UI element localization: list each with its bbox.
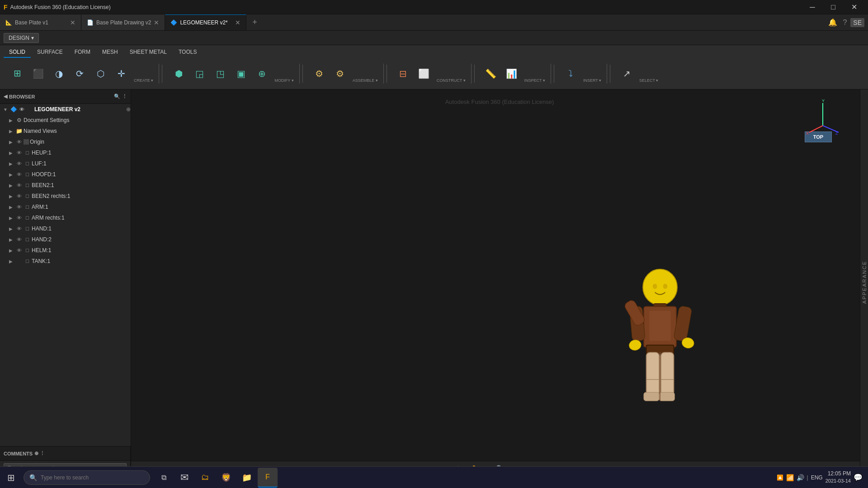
heup1-eye[interactable]: 👁 (15, 149, 23, 156)
help-icon[interactable]: ? (841, 17, 849, 28)
tree-root-item[interactable]: ▼ 🔷 👁 LEGOMENEER v2 ⊕ (0, 104, 131, 115)
toolbar-tab-sheetmetal[interactable]: SHEET METAL (124, 47, 172, 58)
hand1-eye[interactable]: 👁 (15, 225, 23, 232)
fusion-app[interactable]: F (258, 468, 278, 488)
minimize-button[interactable]: ─ (802, 0, 823, 14)
been21-checkbox[interactable]: ☐ (24, 182, 31, 189)
combine-tool[interactable]: ⊕ (252, 64, 272, 84)
tab-close-btn[interactable]: ✕ (70, 19, 75, 26)
brave-app[interactable]: 🦁 (216, 468, 236, 488)
toolbar-tab-solid[interactable]: SOLID (4, 47, 31, 58)
tree-item-armrechts1[interactable]: ▶ 👁 ☐ ARM rechts:1 (0, 212, 131, 223)
loft-tool[interactable]: ⬡ (90, 64, 110, 84)
tree-item-been2rechts1[interactable]: ▶ 👁 ☐ BEEN2 rechts:1 (0, 191, 131, 202)
hand2-checkbox[interactable]: ☐ (24, 236, 31, 243)
viewport[interactable]: Autodesk Fusion 360 (Education License) … (131, 89, 868, 475)
tree-item-been21[interactable]: ▶ 👁 ☐ BEEN2:1 (0, 180, 131, 191)
tree-item-origin[interactable]: ▶ 👁 Origin (0, 136, 131, 147)
hand1-checkbox[interactable]: ☐ (24, 225, 31, 232)
hoofd1-eye[interactable]: 👁 (15, 171, 23, 178)
insert-mesh-tool[interactable]: ⤵ (561, 64, 580, 84)
press-pull-tool[interactable]: ⬢ (169, 64, 189, 84)
fillet-tool[interactable]: ◲ (189, 64, 209, 84)
files-app[interactable]: 🗂 (195, 468, 215, 488)
taskbar-search-input[interactable] (41, 474, 144, 481)
tree-item-tank1[interactable]: ▶ 👁 ☐ TANK:1 (0, 256, 131, 267)
armrechts1-eye[interactable]: 👁 (15, 214, 23, 221)
comments-more-icon[interactable]: ⋮ (40, 450, 45, 456)
lang-label[interactable]: ENG (811, 474, 823, 481)
toolbar-tab-surface[interactable]: SURFACE (32, 47, 68, 58)
tab-base-plate-v1[interactable]: 📐 Base Plate v1 ✕ (0, 14, 81, 30)
root-more-icon[interactable]: ⊕ (126, 106, 131, 113)
maximize-button[interactable]: □ (823, 0, 844, 14)
tree-item-luf1[interactable]: ▶ 👁 ☐ LUF:1 (0, 158, 131, 169)
helm1-checkbox[interactable]: ☐ (24, 247, 31, 254)
been2rechts1-eye[interactable]: 👁 (15, 192, 23, 200)
tree-item-hoofd1[interactable]: ▶ 👁 ☐ HOOFD:1 (0, 169, 131, 180)
view-cube[interactable]: Y X Z TOP (805, 99, 841, 142)
view-cube-svg[interactable]: Y X Z (805, 99, 841, 135)
tree-item-arm1[interactable]: ▶ 👁 ☐ ARM:1 (0, 202, 131, 212)
files2-app[interactable]: 📁 (237, 468, 257, 488)
armrechts1-checkbox[interactable]: ☐ (24, 214, 31, 221)
comments-add-icon[interactable]: ⊕ (34, 450, 38, 456)
account-icon[interactable]: SE (850, 18, 864, 27)
taskbar-clock[interactable]: 12:05 PM 2021-03-14 (826, 470, 851, 484)
select-tool[interactable]: ↗ (617, 64, 637, 84)
design-dropdown[interactable]: DESIGN ▾ (4, 33, 39, 43)
extrude-tool[interactable]: ⬛ (28, 64, 48, 84)
tree-item-hand2[interactable]: ▶ 👁 ☐ HAND:2 (0, 234, 131, 245)
close-button[interactable]: ✕ (844, 0, 864, 14)
offset-plane-tool[interactable]: ⊟ (393, 64, 413, 84)
tab-close-btn[interactable]: ✕ (235, 19, 241, 26)
hoofd1-checkbox[interactable]: ☐ (24, 171, 31, 178)
revolve-tool[interactable]: ◑ (49, 64, 69, 84)
asbuilt-joint-tool[interactable]: ⚙ (330, 64, 350, 84)
toolbar-tab-form[interactable]: FORM (69, 47, 96, 58)
tree-item-hand1[interactable]: ▶ 👁 ☐ HAND:1 (0, 223, 131, 234)
browser-collapse-btn[interactable]: ◀ (4, 94, 7, 99)
tab-close-btn[interactable]: ✕ (154, 19, 159, 26)
been21-eye[interactable]: 👁 (15, 182, 23, 189)
origin-eye[interactable]: 👁 (15, 138, 23, 145)
section-analysis-tool[interactable]: 📊 (502, 64, 522, 84)
notifications-icon[interactable]: 💬 (854, 473, 863, 482)
move-copy-tool[interactable]: ✛ (111, 64, 131, 84)
wifi-icon[interactable]: 📶 (786, 474, 794, 481)
new-component-tool[interactable]: ⊞ (7, 64, 27, 84)
shell-tool[interactable]: ▣ (231, 64, 251, 84)
tab-legomeneer[interactable]: 🔷 LEGOMENEER v2* ✕ (165, 14, 246, 30)
sweep-tool[interactable]: ⟳ (70, 64, 90, 84)
toolbar-tab-mesh[interactable]: MESH (97, 47, 123, 58)
root-eye[interactable]: 👁 (18, 106, 25, 113)
been2rechts1-checkbox[interactable]: ☐ (24, 192, 31, 200)
appearance-panel[interactable]: APPEARANCE (860, 89, 868, 475)
heup1-checkbox[interactable]: ☐ (24, 149, 31, 156)
tree-item-heup1[interactable]: ▶ 👁 ☐ HEUP:1 (0, 147, 131, 158)
tab-base-plate-drawing[interactable]: 📄 Base Plate Drawing v2 ✕ (81, 14, 165, 30)
joint-tool[interactable]: ⚙ (309, 64, 329, 84)
system-tray-arrow[interactable]: 🔼 (777, 474, 783, 481)
tree-item-doc-settings[interactable]: ▶ ⚙ Document Settings (0, 115, 131, 126)
tree-item-helm1[interactable]: ▶ 👁 ☐ HELM:1 (0, 245, 131, 256)
tank1-checkbox[interactable]: ☐ (24, 258, 31, 265)
new-tab-button[interactable]: + (246, 14, 263, 30)
helm1-eye[interactable]: 👁 (15, 247, 23, 254)
hand2-eye[interactable]: 👁 (15, 236, 23, 243)
arm1-eye[interactable]: 👁 (15, 203, 23, 211)
luf1-checkbox[interactable]: ☐ (24, 160, 31, 167)
plane-angle-tool[interactable]: ⬜ (414, 64, 434, 84)
taskview-app[interactable]: ⧉ (154, 468, 174, 488)
notification-icon[interactable]: 🔔 (826, 16, 839, 28)
luf1-eye[interactable]: 👁 (15, 160, 23, 167)
chamfer-tool[interactable]: ◳ (210, 64, 230, 84)
mail-app[interactable]: ✉ (175, 468, 194, 488)
measure-tool[interactable]: 📏 (481, 64, 501, 84)
browser-search-icon[interactable]: 🔍 (114, 94, 120, 99)
appearance-label[interactable]: APPEARANCE (862, 261, 867, 304)
tree-item-named-views[interactable]: ▶ 📁 Named Views (0, 126, 131, 136)
taskbar-search-box[interactable]: 🔍 (24, 470, 150, 485)
volume-icon[interactable]: 🔊 (797, 474, 804, 481)
toolbar-tab-tools[interactable]: TOOLS (173, 47, 202, 58)
